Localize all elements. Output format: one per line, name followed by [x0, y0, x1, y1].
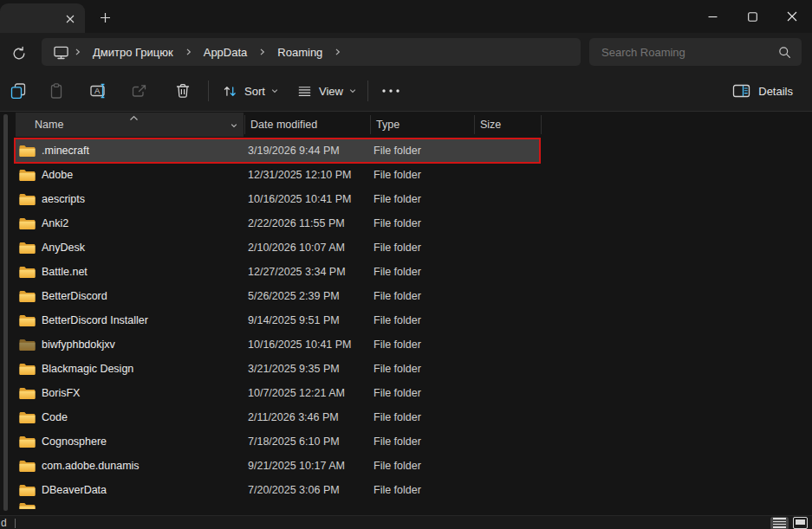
chevron-down-icon [348, 87, 357, 95]
file-row[interactable]: BetterDiscord5/26/2025 2:39 PMFile folde… [16, 284, 540, 308]
file-name-cell: DBeaverData [16, 484, 244, 497]
file-name-cell: Anki2 [16, 217, 244, 230]
file-name-cell: .minecraft [16, 145, 244, 158]
file-name-cell: Battle.net [16, 266, 244, 279]
file-row[interactable]: DBeaverData7/20/2025 3:06 PMFile folder [16, 478, 540, 502]
view-button[interactable]: View [289, 75, 364, 106]
file-date-modified: 7/18/2025 6:10 PM [244, 435, 369, 448]
breadcrumb-item[interactable]: Roaming [270, 42, 329, 62]
delete-button[interactable] [167, 75, 198, 106]
file-type: File folder [369, 169, 473, 181]
folder-icon [19, 242, 36, 255]
paste-icon [48, 82, 65, 100]
file-type: File folder [369, 435, 473, 448]
breadcrumb-item[interactable]: AppData [197, 42, 255, 62]
details-pane-button[interactable]: Details [724, 75, 802, 106]
file-row[interactable]: .minecraft3/19/2026 9:44 PMFile folder [16, 139, 540, 163]
window-controls [692, 0, 812, 33]
file-row[interactable]: Blackmagic Design3/21/2025 9:35 PMFile f… [16, 357, 540, 381]
file-name-cell: Blackmagic Design [16, 363, 244, 376]
file-date-modified: 12/27/2025 3:34 PM [244, 266, 369, 278]
file-row[interactable]: BorisFX10/7/2025 12:21 AMFile folder [16, 381, 540, 405]
file-type: File folder [369, 387, 473, 399]
file-row[interactable]: Adobe12/31/2025 12:10 PMFile folder [16, 163, 540, 187]
thumbnails-view-toggle-icon[interactable] [793, 517, 808, 529]
file-name-cell: BetterDiscord Installer [16, 314, 244, 327]
paste-button[interactable] [41, 75, 72, 106]
file-date-modified: 2/22/2026 11:55 PM [244, 217, 369, 229]
explorer-tab[interactable] [0, 3, 85, 33]
chevron-right-icon [185, 48, 192, 56]
breadcrumb-item[interactable]: Дмитро Грицюк [86, 42, 180, 62]
rename-button[interactable]: A [83, 75, 114, 106]
maximize-button[interactable] [732, 0, 772, 33]
file-row[interactable] [16, 502, 540, 509]
file-row[interactable]: Anki22/22/2026 11:55 PMFile folder [16, 211, 540, 235]
file-date-modified: 5/26/2025 2:39 PM [244, 290, 369, 302]
file-row[interactable]: aescripts10/16/2025 10:41 PMFile folder [16, 187, 540, 211]
folder-icon [19, 411, 36, 424]
file-name-cell: BorisFX [16, 387, 244, 400]
file-type: File folder [369, 290, 473, 302]
file-explorer-window: Дмитро ГрицюкAppDataRoaming [0, 0, 812, 529]
minimize-button[interactable] [692, 0, 732, 33]
column-dropdown-icon[interactable] [230, 120, 238, 132]
file-name: BetterDiscord [42, 290, 107, 302]
statusbar: d [0, 515, 812, 529]
file-name: Cognosphere [42, 435, 107, 448]
copy-button[interactable] [3, 75, 34, 106]
folder-icon [19, 290, 36, 303]
close-button[interactable] [772, 0, 812, 33]
this-pc-icon[interactable] [53, 45, 69, 60]
file-name: aescripts [42, 193, 85, 205]
more-options-button[interactable] [374, 75, 407, 106]
file-name: com.adobe.dunamis [42, 460, 140, 472]
file-row[interactable]: Battle.net12/27/2025 3:34 PMFile folder [16, 260, 540, 284]
sort-button[interactable]: Sort [215, 75, 286, 106]
chevron-right-icon [258, 48, 266, 56]
column-header-date-modified[interactable]: Date modified [245, 113, 370, 137]
file-row[interactable]: com.adobe.dunamis9/21/2025 10:17 AMFile … [16, 454, 540, 478]
refresh-icon [11, 46, 27, 61]
folder-icon [19, 363, 36, 376]
share-button[interactable] [124, 75, 155, 106]
address-breadcrumb-bar[interactable]: Дмитро ГрицюкAppDataRoaming [42, 38, 581, 66]
new-tab-button[interactable] [94, 7, 115, 28]
column-header-size[interactable]: Size [475, 113, 541, 137]
file-type: File folder [369, 242, 473, 254]
file-name: Blackmagic Design [42, 363, 133, 375]
status-text: d [1, 517, 16, 529]
folder-icon [19, 193, 36, 206]
column-header-row: Name Date modified Type Size [0, 113, 812, 137]
tab-close-button[interactable] [61, 10, 80, 29]
trash-icon [174, 82, 192, 100]
refresh-button[interactable] [6, 41, 32, 67]
file-row[interactable]: AnyDesk2/10/2026 10:07 AMFile folder [16, 235, 540, 260]
file-row[interactable]: Code2/11/2026 3:46 PMFile folder [16, 405, 540, 429]
file-name: AnyDesk [42, 242, 85, 254]
close-icon [66, 15, 75, 23]
column-header-type[interactable]: Type [371, 113, 474, 137]
file-name-cell: aescripts [16, 193, 244, 206]
file-row[interactable]: BetterDiscord Installer9/14/2025 9:51 PM… [16, 308, 540, 332]
file-type: File folder [369, 339, 473, 351]
file-date-modified: 3/21/2025 9:35 PM [244, 363, 369, 375]
file-type: File folder [369, 460, 473, 472]
search-input[interactable] [589, 46, 778, 59]
close-icon [787, 11, 797, 22]
details-view-toggle-icon[interactable] [770, 517, 789, 529]
file-type: File folder [369, 411, 473, 423]
status-divider [15, 519, 16, 528]
copy-icon [10, 82, 27, 100]
folder-icon [19, 217, 36, 230]
folder-icon [19, 339, 36, 352]
column-header-name[interactable]: Name [16, 113, 244, 137]
file-row[interactable]: Cognosphere7/18/2025 6:10 PMFile folder [16, 429, 540, 454]
view-icon [296, 83, 313, 100]
file-date-modified: 2/10/2026 10:07 AM [244, 242, 369, 254]
column-divider[interactable] [541, 115, 542, 134]
more-icon [381, 88, 400, 94]
details-pane-icon [732, 83, 750, 99]
file-row[interactable]: biwfyphbdokjxv10/16/2025 10:41 PMFile fo… [16, 332, 540, 357]
file-date-modified: 10/16/2025 10:41 PM [244, 339, 369, 351]
